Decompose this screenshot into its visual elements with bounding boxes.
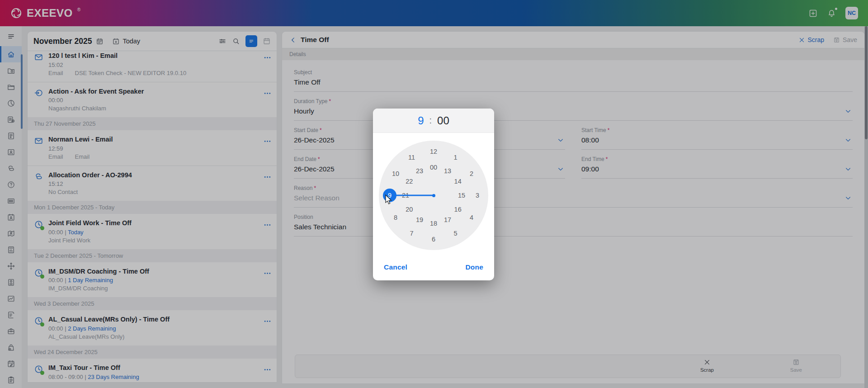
clock-number-17[interactable]: 17 bbox=[442, 214, 453, 226]
clock-number-4[interactable]: 4 bbox=[466, 212, 477, 223]
clock-number-1[interactable]: 1 bbox=[450, 151, 462, 163]
clock-number-7[interactable]: 7 bbox=[406, 227, 418, 239]
hour-value[interactable]: 9 bbox=[418, 114, 424, 127]
clock-number-19[interactable]: 19 bbox=[414, 214, 425, 226]
clock-number-14[interactable]: 14 bbox=[452, 175, 464, 187]
clock-number-00[interactable]: 00 bbox=[428, 161, 439, 173]
mouse-cursor bbox=[385, 194, 392, 205]
clock-number-11[interactable]: 11 bbox=[406, 151, 418, 163]
clock-center-dot bbox=[432, 194, 435, 197]
time-separator: : bbox=[429, 115, 432, 126]
time-picker-header: 9 : 00 bbox=[373, 109, 494, 133]
clock-number-8[interactable]: 8 bbox=[390, 212, 401, 223]
clock-number-22[interactable]: 22 bbox=[403, 175, 415, 187]
cancel-button[interactable]: Cancel bbox=[384, 263, 407, 271]
clock-number-18[interactable]: 18 bbox=[428, 218, 439, 229]
clock-number-15[interactable]: 15 bbox=[456, 189, 467, 201]
clock-number-3[interactable]: 3 bbox=[472, 189, 483, 201]
clock-number-23[interactable]: 23 bbox=[414, 165, 425, 177]
clock-number-6[interactable]: 6 bbox=[428, 233, 439, 245]
minute-value[interactable]: 00 bbox=[437, 114, 449, 127]
clock-face[interactable]: 121234567891011001314151617181920212223 bbox=[379, 141, 488, 250]
clock-number-12[interactable]: 12 bbox=[428, 146, 439, 157]
done-button[interactable]: Done bbox=[465, 263, 483, 271]
clock-number-10[interactable]: 10 bbox=[390, 168, 401, 180]
clock-number-5[interactable]: 5 bbox=[450, 227, 462, 239]
clock-number-16[interactable]: 16 bbox=[452, 203, 464, 215]
clock-number-2[interactable]: 2 bbox=[466, 168, 477, 180]
clock-number-20[interactable]: 20 bbox=[403, 203, 415, 215]
